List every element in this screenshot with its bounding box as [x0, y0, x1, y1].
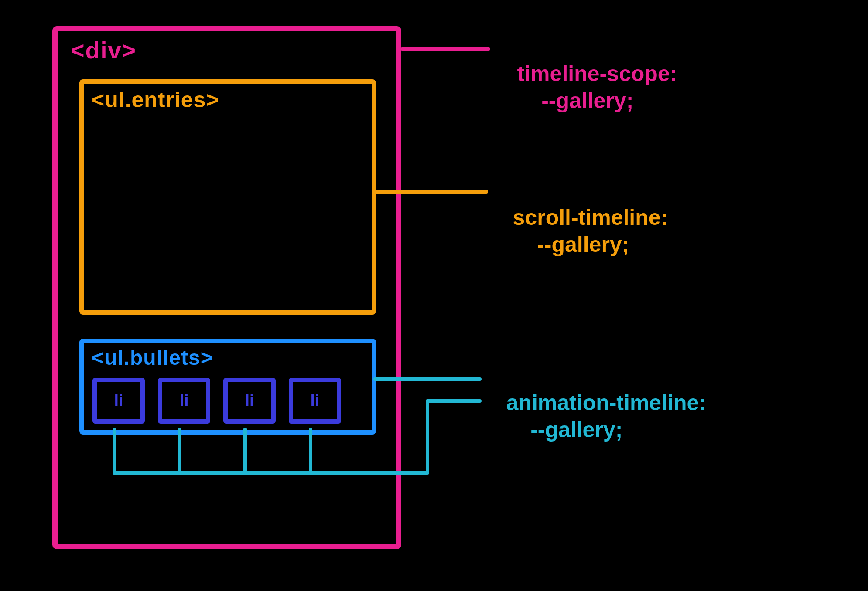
outer-div-box: <div> <ul.entries> <ul.bullets> li li li…	[52, 26, 401, 549]
annotation-label: timeline-scope:	[517, 61, 677, 86]
annotation-value: --gallery;	[541, 88, 633, 113]
annotation-value: --gallery;	[530, 418, 622, 442]
entries-box: <ul.entries>	[79, 79, 376, 315]
annotation-value: --gallery;	[537, 232, 629, 257]
li-box: li	[289, 378, 341, 424]
entries-label: <ul.entries>	[92, 87, 219, 112]
annotation-label: animation-timeline:	[506, 391, 706, 415]
bullets-box: <ul.bullets> li li li li	[79, 339, 376, 435]
li-box: li	[92, 378, 145, 424]
annotation-label: scroll-timeline:	[513, 205, 668, 230]
bullets-label: <ul.bullets>	[92, 346, 213, 370]
outer-div-label: <div>	[71, 37, 137, 64]
annotation-scroll-timeline: scroll-timeline: --gallery;	[489, 177, 668, 285]
bullets-li-row: li li li li	[92, 378, 341, 424]
li-box: li	[223, 378, 276, 424]
annotation-timeline-scope: timeline-scope: --gallery;	[493, 33, 677, 142]
css-timeline-scope-diagram: <div> <ul.entries> <ul.bullets> li li li…	[0, 0, 868, 591]
annotation-animation-timeline: animation-timeline: --gallery;	[482, 362, 706, 471]
li-box: li	[158, 378, 210, 424]
